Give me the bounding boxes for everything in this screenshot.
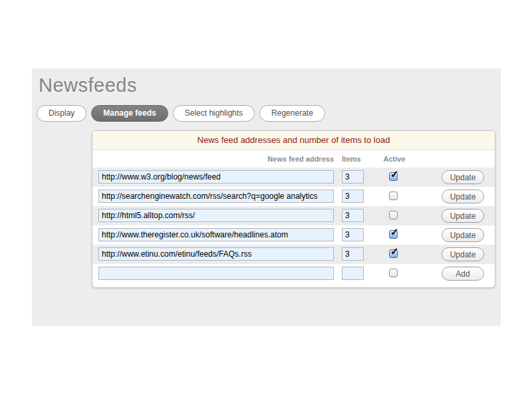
items-input[interactable] xyxy=(342,209,364,222)
items-input[interactable] xyxy=(342,190,364,203)
active-checkbox[interactable] xyxy=(389,172,398,181)
active-checkbox[interactable] xyxy=(389,269,398,277)
column-header-address: News feed address xyxy=(201,155,334,163)
active-checkbox[interactable] xyxy=(389,230,398,239)
active-checkbox[interactable] xyxy=(389,211,398,219)
row-action-button[interactable]: Add xyxy=(442,267,484,281)
feed-address-input[interactable] xyxy=(98,170,334,184)
row-action-button[interactable]: Update xyxy=(442,247,484,261)
feed-table: News feed addresses and number of items … xyxy=(92,130,495,288)
feed-table-header: News feed address Items Active xyxy=(92,150,495,168)
items-input[interactable] xyxy=(342,267,364,280)
feed-address-input[interactable] xyxy=(98,209,334,222)
feed-row: Add xyxy=(92,264,495,283)
row-action-button[interactable]: Update xyxy=(442,228,484,242)
feed-row: Update xyxy=(92,187,495,206)
tab-manage-feeds[interactable]: Manage feeds xyxy=(91,105,168,122)
tab-select-highlights[interactable]: Select highlights xyxy=(173,105,255,122)
feed-row: Update xyxy=(92,225,495,245)
feed-table-caption: News feed addresses and number of items … xyxy=(92,131,495,150)
page-title: Newsfeeds xyxy=(39,74,137,96)
feed-row: Update xyxy=(92,206,495,225)
items-input[interactable] xyxy=(342,170,364,184)
page: Newsfeeds DisplayManage feedsSelect high… xyxy=(0,0,532,399)
row-action-button[interactable]: Update xyxy=(442,170,484,184)
feed-table-rows: Update Update Update Update Update Add xyxy=(92,168,495,283)
column-header-items: Items xyxy=(342,155,361,163)
items-input[interactable] xyxy=(342,228,364,241)
feed-row: Update xyxy=(92,245,495,264)
items-input[interactable] xyxy=(342,247,364,261)
feed-address-input[interactable] xyxy=(98,190,334,203)
tab-regenerate[interactable]: Regenerate xyxy=(259,105,325,122)
feed-address-input[interactable] xyxy=(98,228,334,241)
tab-bar: DisplayManage feedsSelect highlightsRege… xyxy=(37,105,325,122)
column-header-active: Active xyxy=(374,155,414,163)
feed-address-input[interactable] xyxy=(98,267,334,280)
row-action-button[interactable]: Update xyxy=(442,209,484,223)
tab-display[interactable]: Display xyxy=(37,105,86,122)
active-checkbox[interactable] xyxy=(389,192,398,200)
feed-row: Update xyxy=(92,168,495,187)
feed-address-input[interactable] xyxy=(98,247,334,261)
content-panel: Newsfeeds DisplayManage feedsSelect high… xyxy=(32,68,501,326)
row-action-button[interactable]: Update xyxy=(442,190,484,203)
active-checkbox[interactable] xyxy=(389,249,398,258)
